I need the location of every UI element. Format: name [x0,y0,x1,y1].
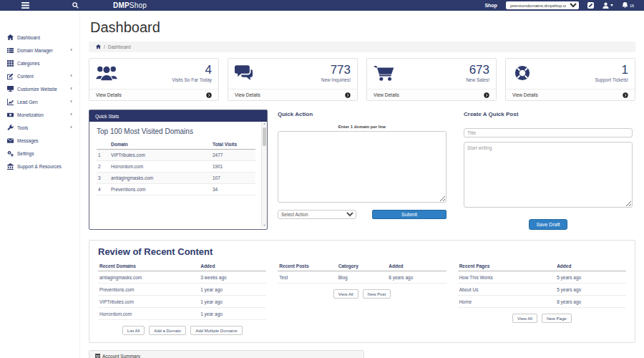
stat-value: 4 [172,64,212,76]
wrench-icon [7,125,14,131]
brand-logo[interactable]: DMPShop [113,1,147,9]
list-icon [7,47,14,54]
notification-count: 16 [630,4,634,8]
stat-value: 1 [595,64,628,76]
top-domains-table: Domain Total Visits 1VIPTributes.com2477… [97,140,255,195]
circle-arrow-icon [206,92,212,98]
view-details-link[interactable]: View Details [89,89,218,100]
pencil-square-icon [7,73,14,79]
account-summary-panel: Account Summary Number of shops: 4 [89,350,364,358]
new-post-button[interactable]: New Post [363,289,391,299]
stat-card-sales: 673 New Sales! View Details [366,58,497,101]
circle-arrow-icon [623,92,628,98]
user-menu[interactable] [602,2,613,9]
circle-arrow-icon [345,92,351,98]
recent-posts-table: Recent Posts Category Added TestBlog8 ye… [278,261,446,284]
envelope-icon [7,137,14,144]
recent-content-title: Review of Recent Content [98,246,626,257]
sidebar-item-content[interactable]: Content ‹ [0,69,79,82]
table-row: Preventions.com1 year ago [98,284,266,296]
scroll-up-icon[interactable]: ▲ [263,122,266,126]
action-select[interactable]: Select Action [278,210,356,219]
edit-shop-icon[interactable] [587,2,594,9]
quick-action-title: Quick Action [278,111,447,117]
gears-icon [7,150,14,157]
chevron-left-icon: ‹ [70,112,72,117]
add-domain-button[interactable]: Add a Domain [149,326,186,335]
sidebar-item-tools[interactable]: Tools ‹ [0,121,79,134]
breadcrumb: / Dashboard [89,42,635,52]
circle-arrow-icon [484,92,489,98]
sidebar-item-customize-website[interactable]: Customize Website ‹ [0,82,79,95]
money-icon [7,112,14,118]
stat-caption: New Inquiries! [321,77,351,82]
sidebar-item-dashboard[interactable]: Dashboard [0,31,79,44]
scrollbar[interactable]: ▲ ▼ [261,122,267,228]
recent-domains-table: Recent Domains Added antiagingmasks.com3… [98,261,266,320]
stat-caption: Support Tickets! [595,77,628,82]
bank-icon [7,163,14,170]
stat-card-visits: 4 Visits So Far Today View Details [89,58,219,101]
recent-posts-column: Recent Posts Category Added TestBlog8 ye… [278,261,446,335]
users-icon [96,64,117,82]
search-icon[interactable] [72,2,79,9]
view-details-link[interactable]: View Details [506,89,635,100]
sidebar-item-domain-manager[interactable]: Domain Manager ‹ [0,44,79,57]
life-ring-icon [512,64,532,82]
domains-textarea-label: Enter 1 domain per line [278,125,447,129]
view-details-link[interactable]: View Details [367,89,496,100]
table-row: How This Works5 years ago [458,271,626,284]
sidebar-item-monetization[interactable]: Monetization ‹ [0,108,79,121]
table-row: About Us5 years ago [458,284,626,296]
shop-domain-select[interactable]: premiumdomains.dmpshop.com [506,1,579,9]
post-title-input[interactable] [464,128,633,137]
quick-post-title: Create A Quick Post [464,111,633,117]
stat-caption: New Sales! [466,77,489,82]
chevron-down-icon [610,4,613,6]
page-title: Dashboard [90,19,635,36]
bell-icon [622,2,628,9]
home-icon [7,34,14,41]
chevron-left-icon: ‹ [70,74,72,78]
scrollbar-thumb[interactable] [263,127,266,146]
stat-value: 773 [321,64,351,76]
sidebar-item-messages[interactable]: Messages [0,134,79,147]
add-multiple-domains-button[interactable]: Add Multiple Domains [190,326,242,335]
table-row: TestBlog8 years ago [278,271,446,284]
sidebar-item-lead-gen[interactable]: Lead Gen ‹ [0,95,79,108]
hamburger-menu-icon[interactable] [21,2,29,9]
stat-caption: Visits So Far Today [172,77,212,82]
table-row: 1VIPTributes.com2477 [97,150,255,161]
chevron-left-icon: ‹ [70,48,72,52]
shop-label: Shop [484,3,497,8]
view-details-link[interactable]: View Details [228,89,357,100]
quick-stats-title: Top 100 Most Visited Domains [97,127,255,135]
desktop-icon [7,86,14,92]
grid-icon [7,60,14,67]
domains-textarea[interactable] [278,131,447,203]
breadcrumb-home-icon[interactable] [96,44,101,49]
recent-content-panel: Review of Recent Content Recent Domains … [89,240,635,343]
submit-button[interactable]: Submit [372,210,447,219]
scroll-down-icon[interactable]: ▼ [263,223,266,228]
sidebar-item-support-resources[interactable]: Support & Resources [0,160,79,173]
main-content: Dashboard / Dashboard 4 Visits So Far To… [80,11,644,358]
quick-action-section: Quick Action Enter 1 domain per line Sel… [278,110,447,230]
notifications-button[interactable]: 16 [622,2,634,9]
table-row: Horrordom.com1 year ago [98,308,266,320]
save-draft-button[interactable]: Save Draft [529,219,567,230]
view-all-pages-button[interactable]: View All [512,314,537,323]
sidebar: Dashboard Domain Manager ‹ Categories Co… [0,11,80,358]
post-body-textarea[interactable] [464,142,633,208]
view-all-posts-button[interactable]: View All [333,289,358,299]
list-all-button[interactable]: List All [122,326,145,335]
chart-icon [7,99,14,105]
table-row: 4Preventions.com34 [97,184,255,195]
stat-card-tickets: 1 Support Tickets! View Details [505,58,635,101]
stat-cards-row: 4 Visits So Far Today View Details 773 N… [89,58,635,101]
sidebar-item-settings[interactable]: Settings [0,147,79,160]
recent-pages-column: Recent Pages Added How This Works5 years… [458,261,626,335]
new-page-button[interactable]: New Page [542,314,572,323]
quick-post-section: Create A Quick Post Save Draft [464,110,633,230]
sidebar-item-categories[interactable]: Categories [0,57,79,69]
